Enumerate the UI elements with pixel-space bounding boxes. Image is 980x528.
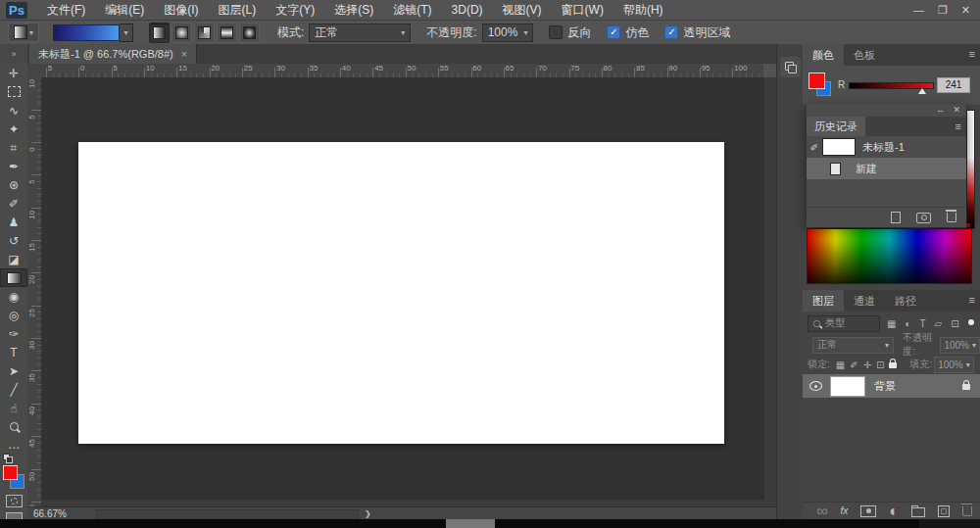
brush-tool[interactable]: ✐ xyxy=(0,194,27,213)
layers-tab-图层[interactable]: 图层 xyxy=(803,290,844,312)
menu-view[interactable]: 视图(V) xyxy=(493,0,552,20)
lock-transparent-icon[interactable]: ▦ xyxy=(836,360,845,370)
new-layer-icon[interactable] xyxy=(938,505,950,517)
menu-filter[interactable]: 滤镜(T) xyxy=(383,0,441,20)
gradient-tool[interactable] xyxy=(0,268,27,287)
opacity-select[interactable]: 100% ▾ xyxy=(482,24,534,42)
dodge-tool[interactable]: ◎ xyxy=(0,306,27,324)
crop-tool[interactable]: ⌗ xyxy=(0,138,27,157)
minimize-button[interactable]: — xyxy=(913,4,924,16)
hand-tool[interactable]: ☝ xyxy=(0,399,27,417)
history-brush-source-icon[interactable]: ✐ xyxy=(807,142,822,153)
collapse-panel-icon[interactable]: ↔ xyxy=(936,105,945,115)
visibility-eye-icon[interactable] xyxy=(809,381,822,391)
panel-menu-icon[interactable]: ≡ xyxy=(969,48,975,60)
layer-effects-icon[interactable]: fx xyxy=(841,505,849,516)
lock-pixels-icon[interactable]: ✐ xyxy=(850,360,858,370)
menu-image[interactable]: 图像(I) xyxy=(154,0,208,20)
document-tab[interactable]: 未标题-1 @ 66.7%(RGB/8#) × xyxy=(29,44,197,64)
gradient-picker-arrow[interactable]: ▾ xyxy=(120,24,133,42)
new-document-from-state-icon[interactable] xyxy=(891,212,901,223)
layers-tab-通道[interactable]: 通道 xyxy=(844,290,885,312)
toolbar-collapse-button[interactable]: » xyxy=(0,44,27,64)
zoom-tool[interactable] xyxy=(0,417,27,436)
lasso-tool[interactable]: ∿ xyxy=(0,101,27,120)
pen-tool[interactable]: ✑ xyxy=(0,324,27,343)
menu-edit[interactable]: 编辑(E) xyxy=(95,0,154,20)
tool-preset-picker[interactable]: ▾ xyxy=(8,23,39,42)
transparency-checkbox[interactable]: ✓透明区域 xyxy=(664,24,730,41)
reverse-checkbox[interactable]: 反向 xyxy=(549,24,591,41)
transparency-checkbox-box[interactable]: ✓ xyxy=(664,25,678,39)
blend-mode-select[interactable]: 正常 ▾ xyxy=(309,24,411,42)
slider-thumb[interactable] xyxy=(918,88,926,94)
quick-mask-button[interactable] xyxy=(6,495,23,507)
color-spectrum[interactable] xyxy=(807,228,972,284)
panel-menu-icon[interactable]: ≡ xyxy=(969,294,975,306)
delete-layer-icon[interactable] xyxy=(962,506,972,516)
dither-checkbox[interactable]: ✓仿色 xyxy=(607,24,649,41)
collapsed-panel-button[interactable] xyxy=(780,57,801,77)
layers-tab-路径[interactable]: 路径 xyxy=(885,290,926,312)
path-selection-tool[interactable]: ➤ xyxy=(0,361,27,380)
menu-layer[interactable]: 图层(L) xyxy=(209,0,267,20)
lock-artboard-icon[interactable]: ⊡ xyxy=(876,360,884,370)
menu-3d[interactable]: 3D(D) xyxy=(442,0,493,20)
layer-mask-icon[interactable] xyxy=(860,505,876,517)
lock-all-icon[interactable] xyxy=(889,359,897,370)
link-layers-icon[interactable]: ∞ xyxy=(816,503,827,520)
reverse-checkbox-box[interactable] xyxy=(549,25,563,39)
eyedropper-tool[interactable]: ✒ xyxy=(0,157,27,175)
red-channel-value[interactable]: 241 xyxy=(937,77,970,93)
gradient-preview[interactable] xyxy=(53,24,120,41)
canvas-pasteboard[interactable] xyxy=(41,77,763,499)
lock-position-icon[interactable]: ✛ xyxy=(863,360,871,370)
menu-file[interactable]: 文件(F) xyxy=(37,0,95,20)
layer-fill-select[interactable]: 100% ▾ xyxy=(934,357,974,373)
menu-window[interactable]: 窗口(W) xyxy=(552,0,613,20)
close-panel-icon[interactable]: ✕ xyxy=(953,105,960,115)
smart-object-filter-icon[interactable]: ⊡ xyxy=(951,318,958,329)
history-state[interactable]: ✐未标题-1 xyxy=(807,136,966,158)
type-filter-icon[interactable]: T xyxy=(920,318,926,329)
eraser-tool[interactable]: ◪ xyxy=(0,250,27,268)
gradient-type-reflected-button[interactable] xyxy=(217,23,237,43)
adjustment-filter-icon[interactable]: ◐ xyxy=(905,318,910,329)
menu-help[interactable]: 帮助(H) xyxy=(613,0,673,20)
close-button[interactable]: ✕ xyxy=(961,4,970,17)
color-ramp[interactable] xyxy=(966,110,975,229)
panel-menu-icon[interactable]: ≡ xyxy=(956,120,961,132)
gradient-type-radial-button[interactable] xyxy=(172,23,192,43)
foreground-color-swatch[interactable] xyxy=(808,72,825,89)
new-snapshot-icon[interactable] xyxy=(916,213,931,223)
color-tab-颜色[interactable]: 颜色 xyxy=(803,44,844,66)
gradient-type-linear-button[interactable] xyxy=(149,23,170,43)
close-tab-icon[interactable]: × xyxy=(181,48,187,60)
layer-thumbnail[interactable] xyxy=(830,376,865,397)
quick-selection-tool[interactable]: ✦ xyxy=(0,120,27,138)
healing-brush-tool[interactable]: ⊛ xyxy=(0,175,27,194)
move-tool[interactable]: ✛ xyxy=(0,64,27,82)
color-tab-色板[interactable]: 色板 xyxy=(844,44,885,66)
gradient-type-diamond-button[interactable] xyxy=(239,23,260,43)
taskbar-item[interactable] xyxy=(446,519,495,528)
line-tool[interactable]: ╱ xyxy=(0,380,27,399)
foreground-color-swatch[interactable] xyxy=(3,465,18,480)
history-brush-tool[interactable]: ↺ xyxy=(0,231,27,250)
shape-filter-icon[interactable]: ▱ xyxy=(935,318,943,329)
menu-type[interactable]: 文字(Y) xyxy=(266,0,324,20)
filter-toggle[interactable] xyxy=(968,319,974,325)
adjustment-layer-icon[interactable]: ◐ xyxy=(889,503,899,520)
type-tool[interactable]: T xyxy=(0,343,27,361)
restore-button[interactable]: ❐ xyxy=(938,4,948,17)
vertical-ruler[interactable]: 105051015202530354045505560 xyxy=(27,77,42,506)
horizontal-ruler[interactable]: 5051015202530354045505560657075808590951… xyxy=(41,64,763,78)
layer-group-icon[interactable] xyxy=(911,507,925,517)
history-state[interactable]: 新建 xyxy=(807,158,966,179)
layer-blend-mode-select[interactable]: 正常 ▾ xyxy=(812,337,894,354)
clone-stamp-tool[interactable]: ♟ xyxy=(0,213,27,231)
delete-state-icon[interactable] xyxy=(947,213,956,222)
menu-select[interactable]: 选择(S) xyxy=(324,0,383,20)
gradient-type-angle-button[interactable] xyxy=(194,23,215,43)
layer-row[interactable]: 背景 xyxy=(803,374,980,398)
